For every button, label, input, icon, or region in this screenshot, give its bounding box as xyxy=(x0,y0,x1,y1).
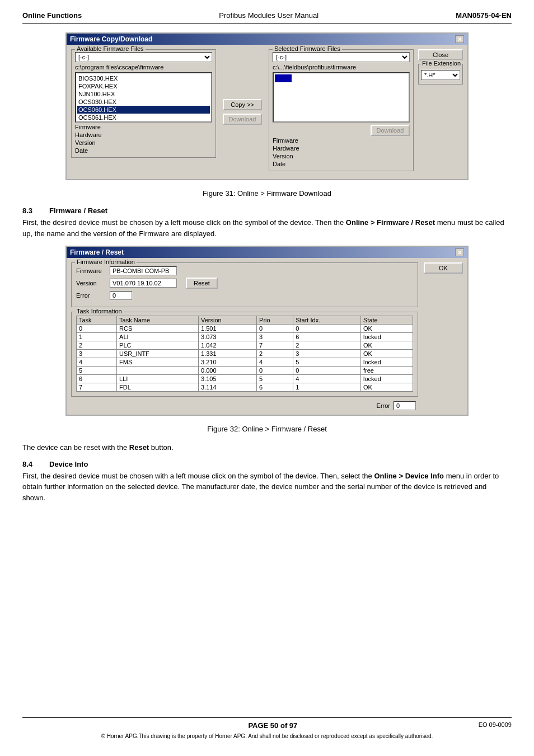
section84-num: 8.4 xyxy=(22,460,40,468)
table-row: 6LLI3.10554locked xyxy=(77,375,413,383)
section-text2: The device can be reset with the xyxy=(22,443,129,452)
fr-version-row: Version V01.070 19.10.02 Reset xyxy=(76,278,413,289)
table-cell: 0 xyxy=(293,367,361,375)
table-cell: FDL xyxy=(117,383,199,392)
table-row: 2PLC1.04272OK xyxy=(77,341,413,350)
table-cell: 2 xyxy=(293,341,361,350)
fcd-middle-buttons: Copy >> Download xyxy=(221,49,264,175)
table-cell: 5 xyxy=(257,375,293,383)
col-task: Task xyxy=(77,316,117,325)
table-cell: locked xyxy=(361,333,413,341)
fr-close-icon[interactable]: ✕ xyxy=(455,248,464,256)
fcd-far-right: Close File Extension *.H* xyxy=(418,49,463,175)
table-cell: 7 xyxy=(77,383,117,392)
download-right-button[interactable]: Download xyxy=(371,125,410,136)
table-cell: 3.105 xyxy=(198,375,256,383)
table-cell: 0 xyxy=(293,325,361,333)
table-cell: OK xyxy=(361,325,413,333)
table-cell: 1 xyxy=(77,333,117,341)
table-row: 1ALI3.07336locked xyxy=(77,333,413,341)
file-ext-select[interactable]: *.H* xyxy=(421,70,460,80)
version-label: Version xyxy=(75,139,109,146)
firmware-label-r: Firmware xyxy=(273,137,306,144)
table-cell: RCS xyxy=(117,325,199,333)
section83-heading: 8.3 Firmware / Reset xyxy=(22,206,512,215)
fcd-close-icon[interactable]: ✕ xyxy=(455,35,464,43)
table-row: 7FDL3.11461OK xyxy=(77,383,413,392)
fr-firmware-label: Firmware xyxy=(76,267,110,274)
table-row: 3USR_INTF1.33123OK xyxy=(77,350,413,358)
list-item[interactable]: OCS030.HEX xyxy=(77,98,210,106)
selected-listbox[interactable] xyxy=(273,72,410,123)
date-label-r: Date xyxy=(273,161,306,167)
fr-firmware-row: Firmware PB-COMBI COM-PB xyxy=(76,266,413,275)
list-item[interactable]: FOXPAK.HEX xyxy=(77,82,210,90)
fr-info-group: Firmware Information Firmware PB-COMBI C… xyxy=(71,262,418,307)
table-cell: OK xyxy=(361,350,413,358)
header-center: Profibus Modules User Manual xyxy=(219,11,318,20)
table-row: 0RCS1.50100OK xyxy=(77,325,413,333)
table-cell: LLI xyxy=(117,375,199,383)
close-button[interactable]: Close xyxy=(418,49,463,60)
table-cell: USR_INTF xyxy=(117,350,199,358)
section83-num: 8.3 xyxy=(22,206,40,215)
table-row: 50.00000free xyxy=(77,367,413,375)
footer-page: PAGE 50 of 97 xyxy=(248,721,297,730)
table-cell: 4 xyxy=(77,358,117,367)
list-item-selected[interactable]: OCS060.HEX xyxy=(77,106,210,114)
table-cell: OK xyxy=(361,341,413,350)
fr-task-group: Task Information Task Task Name Version … xyxy=(71,312,418,397)
fr-main: Firmware Information Firmware PB-COMBI C… xyxy=(71,262,418,410)
version-info-row: Version xyxy=(75,139,212,146)
date-label: Date xyxy=(75,147,109,154)
table-cell: 1.331 xyxy=(198,350,256,358)
fr-bottom-error-value: 0 xyxy=(394,401,416,410)
available-listbox[interactable]: BIOS300.HEX FOXPAK.HEX NJN100.HEX OCS030… xyxy=(75,72,212,123)
list-item[interactable]: BIOS300.HEX xyxy=(77,74,210,82)
selected-group-box: Selected Firmware Files [-c-] c:\...\fie… xyxy=(269,49,414,171)
table-cell: 6 xyxy=(257,383,293,392)
hardware-label-r: Hardware xyxy=(273,145,306,152)
table-cell: 4 xyxy=(257,358,293,367)
table-cell: 5 xyxy=(293,358,361,367)
date-info-row: Date xyxy=(75,147,212,154)
fr-info-group-label: Firmware Information xyxy=(75,259,137,265)
list-item[interactable]: OCS061.HEX xyxy=(77,114,210,121)
page-header: Online Functions Profibus Modules User M… xyxy=(22,11,512,24)
fcd-titlebar: Firmware Copy/Download ✕ xyxy=(67,34,467,45)
fcd-selected-section: Selected Firmware Files [-c-] c:\...\fie… xyxy=(269,49,414,175)
table-cell: 0 xyxy=(257,325,293,333)
download-left-button[interactable]: Download xyxy=(223,114,262,125)
fr-dialog: Firmware / Reset ✕ Firmware Information … xyxy=(65,246,469,416)
table-cell: 3 xyxy=(293,350,361,358)
list-item[interactable]: OCS100.HEX xyxy=(77,121,210,123)
table-cell: 1.501 xyxy=(198,325,256,333)
fr-title: Firmware / Reset xyxy=(70,248,124,256)
fr-firmware-value: PB-COMBI COM-PB xyxy=(110,266,177,275)
fr-bottom-error-label: Error xyxy=(377,402,390,409)
figure32-caption: Figure 32: Online > Firmware / Reset xyxy=(22,425,512,433)
table-cell: OK xyxy=(361,383,413,392)
reset-button[interactable]: Reset xyxy=(186,278,218,289)
ok-button[interactable]: OK xyxy=(424,262,463,274)
table-cell: 0 xyxy=(77,325,117,333)
hardware-info-row-r: Hardware xyxy=(273,145,410,152)
version-label-r: Version xyxy=(273,153,306,159)
version-info-row-r: Version xyxy=(273,153,410,159)
copy-button[interactable]: Copy >> xyxy=(223,99,262,110)
reset-paragraph: The device can be reset with the Reset b… xyxy=(22,442,512,453)
col-prio: Prio xyxy=(257,316,293,325)
table-cell: 2 xyxy=(77,341,117,350)
selected-drive-select[interactable]: [-c-] xyxy=(273,52,410,62)
fr-version-label: Version xyxy=(76,280,110,287)
section-bold2: Reset xyxy=(129,443,149,452)
section84-title: Device Info xyxy=(49,460,88,468)
section84-bold1: Online > Device Info xyxy=(374,472,444,480)
table-cell: 1.042 xyxy=(198,341,256,350)
list-item[interactable]: NJN100.HEX xyxy=(77,90,210,98)
available-drive-select[interactable]: [-c-] xyxy=(75,52,212,62)
fr-right: OK xyxy=(418,262,463,410)
table-cell: 6 xyxy=(293,333,361,341)
hardware-info-row: Hardware xyxy=(75,132,212,138)
table-cell: 1 xyxy=(293,383,361,392)
